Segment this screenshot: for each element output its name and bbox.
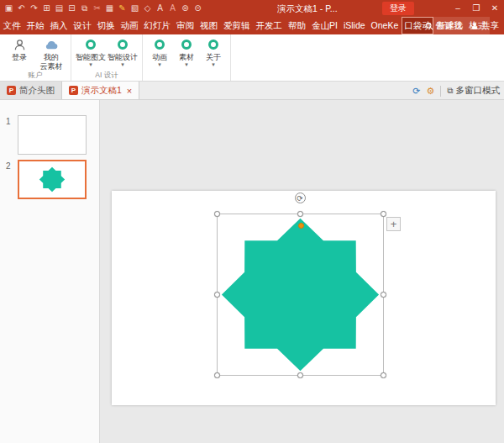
doc-tab-current-label: 演示文稿1 <box>81 85 122 97</box>
resize-handle-w[interactable] <box>214 292 220 298</box>
smart-design-label: 智能设计 <box>108 53 138 61</box>
about-icon <box>208 40 218 50</box>
tab-onekey[interactable]: OneKe <box>368 17 402 34</box>
person-icon <box>470 22 479 30</box>
ribbon-group-ai-design: 智能图文 ▾ 智能设计 ▾ AI 设计 <box>71 34 143 81</box>
smart-design-icon <box>118 40 128 50</box>
cut-icon[interactable]: ✂ <box>91 0 103 17</box>
tab-insert[interactable]: 插入 <box>47 17 71 34</box>
print-icon[interactable]: ⊟ <box>66 0 78 17</box>
tab-animations[interactable]: 动画 <box>118 17 141 34</box>
resize-handle-ne[interactable] <box>381 211 386 217</box>
more-icon[interactable]: ⊝ <box>192 0 204 17</box>
resize-handle-sw[interactable] <box>214 372 220 378</box>
ribbon-content: 登录 我的 云素材 账户 智能图文 ▾ 智能设计 ▾ AI 设计 <box>0 34 504 82</box>
assets-label: 素材 <box>179 53 194 61</box>
resize-handle-e[interactable] <box>381 292 386 298</box>
resize-handle-nw[interactable] <box>214 211 220 217</box>
powerpoint-window: ▣ ↶ ↷ ⊞ ▤ ⊟ ⧉ ✂ ▦ ✎ ▧ ◇ A A ⊜ ⊝ 演示文稿1 - … <box>0 0 504 443</box>
resize-handle-se[interactable] <box>381 372 386 378</box>
tab-islide[interactable]: iSlide <box>340 17 368 34</box>
login-button-label: 登录 <box>12 53 27 61</box>
share-label: 共享 <box>481 20 499 32</box>
tab-view[interactable]: 视图 <box>197 17 221 34</box>
undo-icon[interactable]: ↶ <box>15 0 28 17</box>
shape-selection-box[interactable]: ⟳ <box>217 214 384 376</box>
group-label-ai-design: AI 设计 <box>71 71 142 81</box>
open-icon[interactable]: ▤ <box>53 0 66 17</box>
smart-graphics-label: 智能图文 <box>76 53 106 61</box>
tab-jinshan[interactable]: 金山PI <box>309 17 341 34</box>
save-icon[interactable]: ▣ <box>3 0 15 17</box>
star-shape[interactable] <box>218 214 383 375</box>
slide-number-2: 2 <box>6 161 11 171</box>
chevron-down-icon: ▾ <box>89 62 92 67</box>
assets-button[interactable]: 素材 ▾ <box>173 37 200 67</box>
smart-graphics-button[interactable]: 智能图文 ▾ <box>75 37 107 67</box>
tab-plugin-aijianji[interactable]: 爱剪辑 <box>221 17 254 34</box>
slide-thumbnail-1[interactable] <box>18 115 87 155</box>
tab-home[interactable]: 开始 <box>24 17 47 34</box>
resize-handle-s[interactable] <box>297 372 303 378</box>
powerpoint-file-icon: P <box>7 86 16 95</box>
login-badge[interactable]: 登录 <box>382 2 414 15</box>
new-icon[interactable]: ⊞ <box>40 0 53 17</box>
tab-design[interactable]: 设计 <box>71 17 94 34</box>
rotation-handle[interactable]: ⟳ <box>295 192 306 203</box>
smart-design-button[interactable]: 智能设计 ▾ <box>107 37 139 67</box>
star-shape-thumbnail <box>39 166 66 192</box>
copy-icon[interactable]: ⧉ <box>78 0 91 17</box>
plus-button[interactable]: + <box>386 217 401 231</box>
shapes-icon[interactable]: ◇ <box>141 0 154 17</box>
multi-window-mode-button[interactable]: ⧉ 多窗口模式 <box>447 85 500 97</box>
tab-transitions[interactable]: 切换 <box>94 17 118 34</box>
picture-icon[interactable]: ▧ <box>129 0 141 17</box>
editing-canvas[interactable]: ⟳ + <box>101 100 504 443</box>
about-button[interactable]: 关于 ▾ <box>200 37 227 67</box>
slide-thumbnail-2[interactable] <box>18 160 87 199</box>
tell-me-label: 告诉我 <box>436 20 463 32</box>
format-painter-icon[interactable]: ✎ <box>116 0 129 17</box>
chevron-down-icon: ▾ <box>212 62 215 67</box>
minimize-button[interactable]: – <box>449 0 467 17</box>
cloud-icon <box>44 37 60 52</box>
tell-me[interactable]: 告诉我 <box>425 20 463 32</box>
multi-window-label: 多窗口模式 <box>456 85 501 97</box>
my-cloud-assets-line1: 我的 <box>44 53 59 61</box>
ribbon-group-account: 登录 我的 云素材 账户 <box>0 34 71 81</box>
tab-file[interactable]: 文件 <box>0 17 24 34</box>
my-cloud-assets-button[interactable]: 我的 云素材 <box>35 37 67 71</box>
assets-icon <box>181 40 192 50</box>
font-color-icon[interactable]: A <box>166 0 179 17</box>
close-tab-icon[interactable]: × <box>127 86 132 96</box>
paste-icon[interactable]: ▦ <box>103 0 116 17</box>
user-icon <box>13 37 26 52</box>
login-button[interactable]: 登录 <box>3 37 35 61</box>
group-label-account: 账户 <box>0 71 71 81</box>
maximize-button[interactable]: ❐ <box>467 0 486 17</box>
tab-review[interactable]: 审阅 <box>174 17 197 34</box>
options-icon[interactable]: ⊜ <box>179 0 192 17</box>
doc-tab-intro[interactable]: P 简介头图 <box>0 82 62 99</box>
multi-window-icon: ⧉ <box>447 86 453 96</box>
search-icon <box>425 22 433 30</box>
gear-icon[interactable]: ⚙ <box>426 82 434 100</box>
about-label: 关于 <box>206 53 221 61</box>
redo-icon[interactable]: ↷ <box>28 0 40 17</box>
close-button[interactable]: ✕ <box>486 0 504 17</box>
adjust-handle[interactable] <box>298 223 304 229</box>
sync-icon[interactable]: ⟳ <box>412 82 420 100</box>
quick-access-toolbar: ▣ ↶ ↷ ⊞ ▤ ⊟ ⧉ ✂ ▦ ✎ ▧ ◇ A A ⊜ ⊝ <box>3 0 204 17</box>
doc-tab-current[interactable]: P 演示文稿1 × <box>62 82 139 99</box>
tab-developer[interactable]: 开发工 <box>253 17 286 34</box>
animation-button[interactable]: 动画 ▾ <box>146 37 173 67</box>
tab-help[interactable]: 帮助 <box>286 17 309 34</box>
resize-handle-n[interactable] <box>297 211 303 217</box>
chevron-down-icon: ▾ <box>185 62 188 67</box>
doc-tab-intro-label: 简介头图 <box>19 85 55 97</box>
tab-slideshow[interactable]: 幻灯片 <box>141 17 174 34</box>
share-button[interactable]: 共享 <box>470 20 499 32</box>
window-title: 演示文稿1 - P... <box>277 0 338 17</box>
chevron-down-icon: ▾ <box>158 62 161 67</box>
textbox-icon[interactable]: A <box>154 0 166 17</box>
